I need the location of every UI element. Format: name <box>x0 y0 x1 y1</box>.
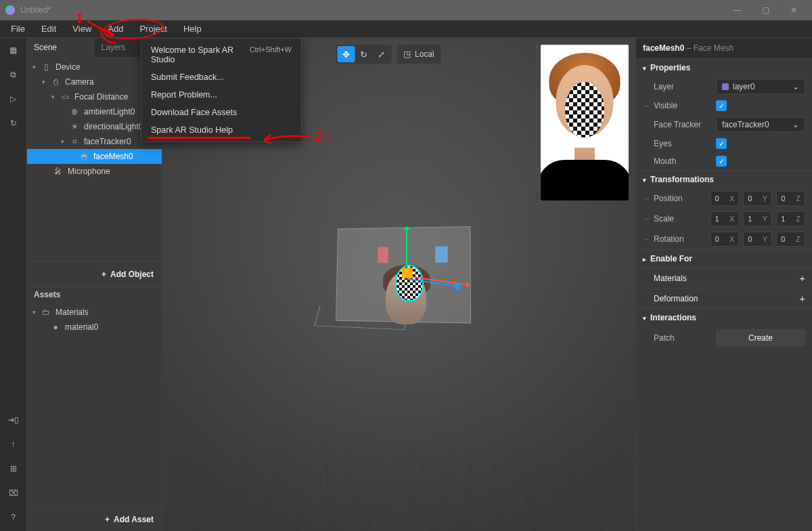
section-materials[interactable]: Materials+ <box>636 268 812 288</box>
space-toggle[interactable]: ◳ Local <box>397 45 441 64</box>
assets-title: Assets <box>27 286 162 302</box>
sphere-icon: ● <box>50 322 61 333</box>
mobile-icon[interactable]: ⇥▯ <box>7 413 20 427</box>
help-report[interactable]: Report Problem... <box>141 86 301 104</box>
scene-content <box>311 192 487 347</box>
scale-z[interactable]: 1Z <box>776 211 805 226</box>
dirlight-icon: ☀ <box>69 121 80 132</box>
camera-icon[interactable]: ⧉ <box>7 68 20 81</box>
close-button[interactable]: ✕ <box>784 5 804 15</box>
menu-project[interactable]: Project <box>131 21 175 37</box>
maximize-button[interactable]: ▢ <box>755 5 775 15</box>
chevron-down-icon: ⌄ <box>792 120 799 129</box>
section-enablefor[interactable]: Enable For <box>636 249 812 268</box>
upload-icon[interactable]: ↑ <box>7 438 20 451</box>
focal-icon: ▭ <box>60 91 70 102</box>
chevron-down-icon: ⌄ <box>792 82 799 91</box>
visible-checkbox[interactable]: ✓ <box>716 100 727 111</box>
facetracker-select[interactable]: faceTracker0⌄ <box>716 117 805 132</box>
menu-file[interactable]: File <box>3 21 33 37</box>
viewport-icon[interactable]: ▦ <box>7 43 20 57</box>
left-rail: ▦ ⧉ ▷ ↻ ⇥▯ ↑ ⊞ ⌧ ? <box>0 38 27 531</box>
layer-select[interactable]: layer0⌄ <box>716 79 805 94</box>
facetracker-icon: ⌗ <box>69 136 80 147</box>
camera-tree-icon: ⎙ <box>50 77 61 87</box>
preview-face-mesh <box>565 82 604 137</box>
section-interactions[interactable]: Interactions <box>636 308 812 326</box>
section-properties[interactable]: Properties <box>636 58 812 77</box>
menu-edit[interactable]: Edit <box>33 21 64 37</box>
gizmo-center[interactable] <box>402 268 413 278</box>
help-welcome[interactable]: Welcome to Spark AR StudioCtrl+Shift+W <box>141 41 301 68</box>
window-title: Untitled* <box>20 5 727 15</box>
menu-add[interactable]: Add <box>99 21 131 37</box>
axis-y[interactable] <box>406 228 407 266</box>
rot-z[interactable]: 0Z <box>776 232 805 247</box>
folder-icon: 🗀 <box>41 307 51 318</box>
section-transformations[interactable]: Transformations <box>636 170 812 188</box>
shield-icon: ◓ <box>78 151 89 162</box>
pos-y[interactable]: 0Y <box>743 191 772 206</box>
mouth-checkbox[interactable]: ✓ <box>716 156 727 167</box>
bug-icon[interactable]: ⌧ <box>7 486 20 500</box>
menubar: File Edit View Add Project Help <box>0 20 812 38</box>
create-patch-button[interactable]: Create <box>716 329 805 347</box>
tree-microphone[interactable]: 🎤︎Microphone <box>27 164 162 179</box>
pos-z[interactable]: 0Z <box>776 191 805 206</box>
camera-preview[interactable] <box>541 45 629 200</box>
help-feedback[interactable]: Submit Feedback... <box>141 68 301 86</box>
help-docs[interactable]: Spark AR Studio Help <box>141 121 301 139</box>
help-download-face-assets[interactable]: Download Face Assets <box>141 104 301 121</box>
eyes-checkbox[interactable]: ✓ <box>716 138 727 149</box>
cube-icon: ◳ <box>403 49 411 59</box>
tab-scene[interactable]: Scene <box>27 38 95 57</box>
titlebar: Untitled* — ▢ ✕ <box>0 0 812 20</box>
help-icon[interactable]: ? <box>7 511 20 524</box>
help-dropdown: Welcome to Spark AR StudioCtrl+Shift+W S… <box>141 38 302 142</box>
menu-help[interactable]: Help <box>175 21 210 37</box>
library-icon[interactable]: ⊞ <box>7 462 20 475</box>
menu-view[interactable]: View <box>64 21 99 37</box>
tree-facemesh[interactable]: ◓faceMesh0 <box>27 149 162 164</box>
pos-x[interactable]: 0X <box>710 191 740 206</box>
refresh-icon[interactable]: ↻ <box>7 116 20 130</box>
layer-color-swatch <box>722 83 729 90</box>
assets-material0[interactable]: ●material0 <box>27 320 162 335</box>
add-asset-button[interactable]: +Add Asset <box>27 507 162 531</box>
rot-x[interactable]: 0X <box>710 232 740 247</box>
inspector-title: faceMesh0 – Face Mesh <box>636 38 812 58</box>
tool-scale[interactable]: ⤢ <box>372 46 390 62</box>
app-logo <box>5 5 15 15</box>
assets-tree: 🗀Materials ●material0 <box>27 302 162 507</box>
minimize-button[interactable]: — <box>727 5 747 15</box>
tool-rotate[interactable]: ↻ <box>355 46 372 62</box>
tool-move[interactable]: ✥ <box>337 46 355 62</box>
add-deformation-button[interactable]: + <box>799 293 805 304</box>
add-material-button[interactable]: + <box>799 272 805 284</box>
add-object-button[interactable]: +Add Object <box>27 261 162 286</box>
scale-y[interactable]: 1Y <box>743 211 772 226</box>
globe-icon: ⊕ <box>69 106 80 117</box>
rot-y[interactable]: 0Y <box>743 232 772 247</box>
scale-x[interactable]: 1X <box>710 211 740 226</box>
inspector: faceMesh0 – Face Mesh Properties Layer l… <box>635 38 812 531</box>
assets-materials[interactable]: 🗀Materials <box>27 305 162 320</box>
viewport-toolbar: ✥ ↻ ⤢ ◳ Local <box>336 45 441 64</box>
section-deformation[interactable]: Deformation+ <box>636 288 812 308</box>
play-icon[interactable]: ▷ <box>7 92 20 106</box>
device-icon: ▯ <box>41 62 51 72</box>
mic-icon: 🎤︎ <box>53 166 64 177</box>
